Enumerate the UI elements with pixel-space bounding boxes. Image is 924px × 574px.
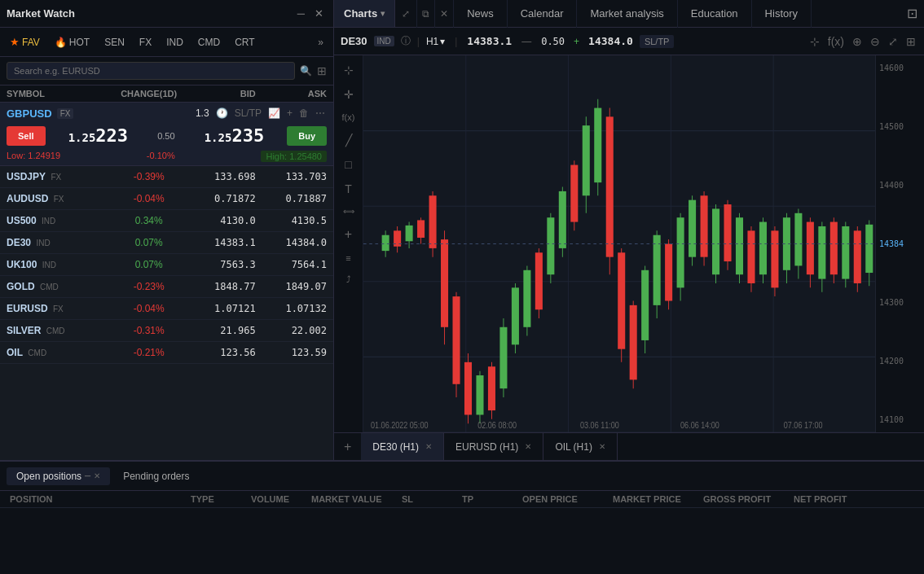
tab-market-analysis[interactable]: Market analysis [577,0,677,28]
tab-open-positions[interactable]: Open positions ─ ✕ [7,467,110,485]
chevron-down-icon: ▾ [381,9,385,18]
zoom-out-icon[interactable]: ⊖ [869,33,882,50]
tab-crt[interactable]: CRT [228,33,261,51]
tab-news[interactable]: News [454,0,508,28]
charts-label: Charts [344,7,377,20]
svg-rect-35 [523,270,530,327]
charts-header-icon-popout[interactable]: ⧉ [417,0,435,28]
draw-line-tool[interactable]: ╱ [342,130,355,150]
chart-tab-de30[interactable]: DE30 (H1) ✕ [361,433,444,460]
more-icon[interactable]: ⋯ [314,106,327,120]
info-icon[interactable]: ⓘ [401,34,411,48]
chart-icon[interactable]: 📈 [266,106,282,120]
buy-price-block: 1.25235 [185,125,284,146]
close-tab-icon[interactable]: ✕ [599,442,605,451]
list-item[interactable]: EURUSD FX -0.04% 1.07121 1.07132 [0,298,333,320]
list-item[interactable]: US500 IND 0.34% 4130.0 4130.5 [0,210,333,232]
chart-expand-icon[interactable]: ⊡ [907,6,924,21]
col-header-ask: ASK [256,89,327,99]
list-item[interactable]: SILVER CMD -0.31% 21.965 22.002 [0,320,333,342]
list-item[interactable]: UK100 IND 0.07% 7563.3 7564.1 [0,254,333,276]
change-col: -0.23% [113,281,184,292]
col-open-price: OPEN PRICE [522,494,613,504]
svg-rect-49 [606,116,614,256]
chart-current-price: 14383.1 [467,35,512,47]
list-item[interactable]: OIL CMD -0.21% 123.56 123.59 [0,342,333,364]
change-col: 0.07% [113,237,184,248]
list-item[interactable]: AUDUSD FX -0.04% 0.71872 0.71887 [0,188,333,210]
minimize-icon[interactable]: ─ [294,6,308,21]
svg-rect-63 [689,200,696,257]
close-bottom-tab-icon[interactable]: ✕ [94,471,100,480]
col-net-profit: NET PROFIT [794,494,884,504]
list-item[interactable]: GOLD CMD -0.23% 1848.77 1849.07 [0,276,333,298]
featured-instrument: GBPUSD FX 1.3 🕐 SL/TP 📈 + 🗑 ⋯ Sell 1.252… [0,103,333,166]
crosshair-icon[interactable]: ⊹ [808,33,821,50]
tab-calendar[interactable]: Calendar [508,0,578,28]
ask-col: 133.703 [256,171,327,182]
tab-more[interactable]: » [311,33,330,51]
chart-tab-oil[interactable]: OIL (H1) ✕ [543,433,618,460]
add-row-icon[interactable]: + [285,106,294,120]
minimize-icon-small[interactable]: ─ [85,471,90,480]
crosshair-tool[interactable]: ✛ [341,85,357,104]
chart-symbol[interactable]: DE30 [341,35,367,47]
timeframe-selector[interactable]: H1 ▾ [426,36,445,47]
layers-tool[interactable]: ≡ [342,250,354,266]
grid-view-icon[interactable]: ⊞ [317,64,327,77]
buy-button[interactable]: Buy [287,126,327,146]
charts-header-icon-expand[interactable]: ⤢ [395,0,417,28]
fx-tool[interactable]: f(x) [339,109,359,125]
list-item[interactable]: DE30 IND 0.07% 14383.1 14384.0 [0,232,333,254]
add-chart-tab-button[interactable]: + [334,440,361,454]
search-icon[interactable]: 🔍 [300,65,312,77]
tab-education[interactable]: Education [678,0,752,28]
svg-rect-73 [747,230,755,283]
featured-type-badge: FX [57,108,74,119]
zoom-in-icon[interactable]: ⊕ [851,33,864,50]
bid-col: 21.965 [184,325,255,336]
candlestick-chart[interactable]: 01.06.2022 05:00 02.06 08:00 03.06 11:00… [363,55,875,432]
bid-col: 1.07121 [184,303,255,314]
close-tab-icon[interactable]: ✕ [425,442,432,451]
close-tab-icon[interactable]: ✕ [525,442,531,451]
delete-icon[interactable]: 🗑 [297,106,310,120]
add-tool[interactable]: + [341,224,355,245]
shapes-tool[interactable]: □ [341,155,354,174]
toolbar-bid-price: 14384.0 [588,35,633,47]
svg-rect-81 [794,213,802,266]
svg-rect-87 [830,222,838,275]
list-item[interactable]: USDJPY FX -0.39% 133.698 133.703 [0,166,333,188]
sltp-button[interactable]: SL/TP [640,35,675,48]
tab-fx[interactable]: FX [133,33,158,51]
settings-icon[interactable]: ⊞ [904,33,917,50]
clock-icon[interactable]: 🕐 [214,106,230,120]
tab-history[interactable]: History [752,0,812,28]
chart-tab-eurusd[interactable]: EURUSD (H1) ✕ [444,433,543,460]
featured-symbol[interactable]: GBPUSD [7,107,52,120]
sell-button[interactable]: Sell [7,126,46,146]
bid-col: 7563.3 [184,259,255,270]
instrument-name-col: USDJPY FX [7,171,113,182]
fit-icon[interactable]: ⤢ [887,33,900,50]
sltp-icon[interactable]: SL/TP [233,106,263,120]
charts-tab[interactable]: Charts ▾ [334,0,395,27]
close-icon[interactable]: ✕ [311,6,327,21]
tab-sen[interactable]: SEN [98,33,131,51]
text-tool[interactable]: T [341,179,355,199]
tab-pending-orders[interactable]: Pending orders [113,467,199,485]
tab-ind[interactable]: IND [160,33,190,51]
cursor-tool[interactable]: ⊹ [341,60,357,80]
tab-cmd[interactable]: CMD [191,33,227,51]
indicators-icon[interactable]: f(x) [826,33,846,50]
share-tool[interactable]: ⤴ [343,271,354,287]
tab-hot[interactable]: 🔥 HOT [48,33,96,51]
charts-header-icon-close[interactable]: ✕ [435,0,454,28]
col-header-change: CHANGE(1D) [113,89,184,99]
measure-tool[interactable]: ⟺ [340,204,358,219]
search-input[interactable] [7,62,295,80]
bottom-column-headers: POSITION TYPE VOLUME MARKET VALUE SL TP … [0,491,924,508]
tab-fav[interactable]: ★ FAV [3,33,46,51]
instrument-name-col: AUDUSD FX [7,193,113,204]
svg-rect-43 [570,165,578,222]
